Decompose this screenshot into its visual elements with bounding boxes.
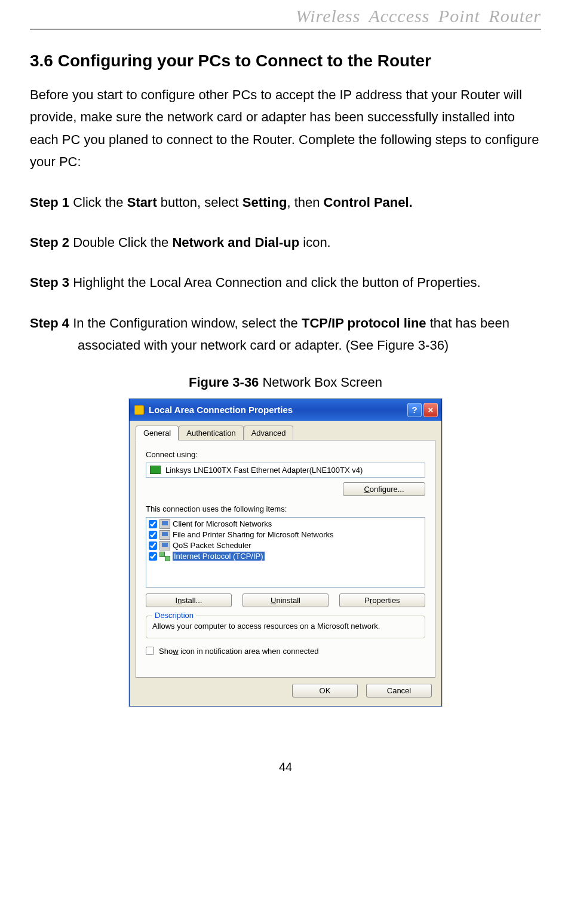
show-icon-row[interactable]: Show icon in notification area when conn…	[146, 647, 425, 656]
help-button[interactable]: ?	[407, 403, 422, 417]
list-item[interactable]: QoS Packet Scheduler	[148, 540, 423, 551]
properties-button[interactable]: PropertiesProperties	[339, 593, 425, 607]
dialog-tabs: General Authentication Advanced	[130, 421, 441, 440]
service-icon	[159, 530, 170, 540]
connect-using-label: Connect using:	[146, 450, 425, 459]
description-fieldset: Description Allows your computer to acce…	[146, 616, 425, 638]
item-checkbox[interactable]	[149, 541, 157, 550]
header-title: Wireless Acccess Point Router	[296, 6, 541, 26]
page-number: 44	[30, 760, 541, 774]
close-button[interactable]: ×	[423, 403, 438, 417]
show-icon-checkbox[interactable]	[146, 647, 154, 655]
tab-advanced[interactable]: Advanced	[244, 426, 294, 440]
install-button[interactable]: Install...Install...	[146, 593, 232, 607]
configure-button[interactable]: CConfigure...onfigure...	[343, 482, 425, 496]
items-label: This connection uses the following items…	[146, 504, 425, 513]
dialog-titlebar: Local Area Connection Properties ? ×	[130, 399, 441, 421]
adapter-name: Linksys LNE100TX Fast Ethernet Adapter(L…	[165, 466, 363, 475]
uninstall-button[interactable]: UninstallUninstall	[242, 593, 329, 607]
list-item-selected[interactable]: Internet Protocol (TCP/IP)	[148, 551, 423, 562]
items-list[interactable]: Client for Microsoft Networks File and P…	[146, 517, 425, 588]
item-checkbox[interactable]	[149, 531, 157, 539]
description-text: Allows your computer to access resources…	[152, 621, 419, 632]
item-checkbox[interactable]	[149, 520, 157, 528]
tab-panel-general: Connect using: Linksys LNE100TX Fast Eth…	[136, 440, 435, 678]
section-title: 3.6 Configuring your PCs to Connect to t…	[30, 51, 541, 71]
tab-general[interactable]: General	[136, 426, 179, 440]
cancel-button[interactable]: Cancel	[366, 684, 432, 697]
step-2: Step 2 Double Click the Network and Dial…	[30, 231, 541, 253]
client-icon	[159, 519, 170, 529]
step-4: Step 4 In the Configuration window, sele…	[30, 312, 541, 357]
step-1: Step 1 Click the Start button, select Se…	[30, 191, 541, 213]
adapter-field: Linksys LNE100TX Fast Ethernet Adapter(L…	[146, 463, 425, 478]
page-header: Wireless Acccess Point Router	[30, 6, 541, 30]
intro-paragraph: Before you start to configure other PCs …	[30, 84, 541, 173]
service-icon	[159, 541, 170, 550]
protocol-icon	[159, 552, 170, 561]
ok-button[interactable]: OK	[292, 684, 358, 697]
step-3: Step 3 Highlight the Local Area Connecti…	[30, 271, 541, 293]
item-checkbox[interactable]	[149, 552, 157, 561]
description-legend: Description	[152, 611, 196, 620]
step-1-label: Step 1	[30, 195, 69, 210]
nic-icon	[150, 466, 161, 474]
step-4-label: Step 4	[30, 316, 69, 331]
properties-dialog: Local Area Connection Properties ? × Gen…	[129, 399, 442, 706]
tab-authentication[interactable]: Authentication	[179, 426, 243, 440]
list-item[interactable]: File and Printer Sharing for Microsoft N…	[148, 530, 423, 540]
step-2-label: Step 2	[30, 235, 69, 250]
list-item[interactable]: Client for Microsoft Networks	[148, 519, 423, 530]
step-3-label: Step 3	[30, 275, 69, 290]
connection-icon	[134, 405, 144, 415]
figure-caption: Figure 3-36 Network Box Screen	[30, 375, 541, 390]
dialog-title: Local Area Connection Properties	[149, 405, 293, 415]
show-icon-label: Show icon in notification area when conn…	[159, 647, 318, 656]
